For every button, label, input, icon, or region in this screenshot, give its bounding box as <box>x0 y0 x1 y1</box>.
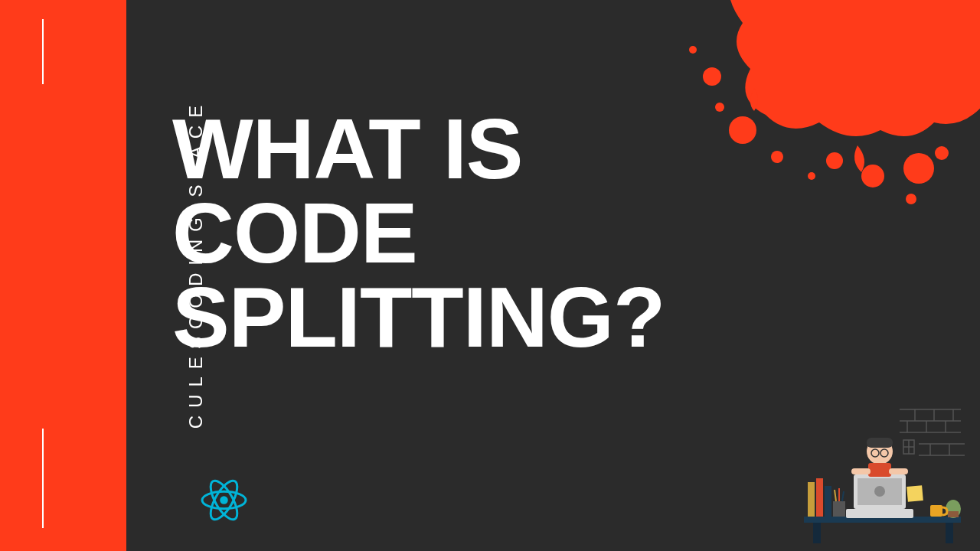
svg-point-42 <box>874 486 885 497</box>
title-line-1: WHAT IS <box>172 101 523 197</box>
svg-rect-36 <box>825 486 831 517</box>
svg-rect-43 <box>846 509 913 518</box>
react-logo-icon <box>195 471 253 532</box>
svg-line-52 <box>835 490 836 501</box>
title-line-3: SPLITTING? <box>172 269 665 365</box>
svg-rect-34 <box>808 482 815 517</box>
decorative-line-bottom <box>42 429 44 528</box>
decorative-line-top <box>42 19 44 84</box>
svg-rect-32 <box>813 523 821 543</box>
svg-point-7 <box>906 194 916 204</box>
svg-point-9 <box>689 46 697 54</box>
svg-point-2 <box>703 67 721 86</box>
paint-splatter-decoration <box>643 0 980 245</box>
svg-rect-51 <box>833 501 845 517</box>
svg-point-6 <box>903 153 934 184</box>
sidebar-accent: CULESCODING.SPACE <box>0 0 126 551</box>
svg-rect-55 <box>906 485 923 502</box>
svg-rect-48 <box>868 463 891 477</box>
developer-illustration <box>796 398 965 543</box>
svg-rect-50 <box>889 468 908 474</box>
svg-rect-33 <box>946 523 953 543</box>
svg-point-3 <box>715 103 724 112</box>
svg-point-4 <box>826 152 843 169</box>
svg-rect-49 <box>851 468 871 474</box>
svg-rect-45 <box>867 438 893 448</box>
svg-point-8 <box>935 146 949 160</box>
svg-point-10 <box>808 172 815 180</box>
svg-rect-38 <box>948 511 959 517</box>
svg-rect-35 <box>816 478 823 517</box>
svg-point-14 <box>220 496 228 504</box>
svg-point-0 <box>729 116 756 144</box>
page-title: WHAT IS CODE SPLITTING? <box>172 107 665 359</box>
svg-line-54 <box>842 491 844 501</box>
title-line-2: CODE <box>172 185 417 281</box>
svg-point-1 <box>771 151 783 163</box>
svg-rect-39 <box>930 505 942 517</box>
svg-point-5 <box>861 165 884 187</box>
